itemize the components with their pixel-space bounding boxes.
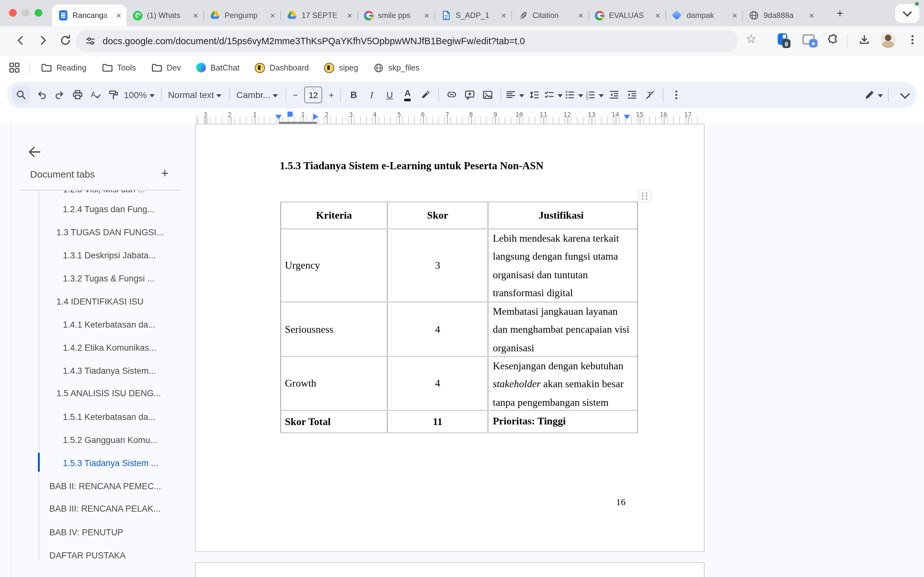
clear-formatting-icon[interactable]: T: [641, 86, 659, 104]
right-margin-marker[interactable]: [624, 115, 630, 119]
download-icon[interactable]: [858, 33, 871, 46]
decrease-font-size-button[interactable]: −: [290, 86, 300, 104]
sidebar-item[interactable]: BAB IV: PENUTUP: [49, 528, 123, 539]
sidebar-item[interactable]: 1.5 ANALISIS ISU DENG...: [57, 388, 161, 400]
first-line-indent-marker[interactable]: [288, 111, 292, 117]
bold-button[interactable]: B: [345, 86, 363, 104]
paint-format-icon[interactable]: [105, 86, 123, 104]
bookmark-dashboard[interactable]: Dashboard: [255, 63, 309, 73]
url-text[interactable]: docs.google.com/document/d/15ps6vyM2mme3…: [103, 36, 525, 46]
sidebar-item[interactable]: 1.4.1 Keterbatasan da...: [63, 320, 155, 332]
reload-button[interactable]: [59, 34, 72, 47]
zoom-select[interactable]: 100%: [123, 86, 157, 104]
tab-close-icon[interactable]: ×: [346, 11, 354, 20]
document-page[interactable]: 1.5.3 Tiadanya Sistem e-Learning untuk P…: [195, 124, 704, 552]
highlight-color-icon[interactable]: [417, 86, 435, 104]
tab-close-icon[interactable]: ×: [423, 11, 431, 20]
next-document-page[interactable]: [195, 562, 704, 577]
editing-mode-button[interactable]: [864, 86, 884, 104]
sidebar-item[interactable]: BAB III: RENCANA PELAK...: [49, 504, 161, 516]
extension-password-icon[interactable]: 8: [778, 33, 792, 49]
line-spacing-icon[interactable]: [526, 86, 544, 104]
bulleted-list-button[interactable]: [564, 86, 585, 104]
bookmark-folder-tools[interactable]: Tools: [102, 63, 136, 73]
sidebar-item[interactable]: 1.3.1 Deskripsi Jabata...: [63, 251, 156, 262]
decrease-indent-icon[interactable]: [606, 86, 624, 104]
font-select[interactable]: Cambr...: [234, 86, 282, 104]
search-icon[interactable]: [12, 86, 30, 104]
back-button[interactable]: [14, 34, 27, 47]
paragraph-style-select[interactable]: Normal text: [166, 86, 226, 104]
avatar[interactable]: [880, 33, 896, 48]
increase-indent-icon[interactable]: [624, 86, 641, 104]
new-tab-button[interactable]: +: [832, 6, 848, 21]
sidebar-item-partial[interactable]: 1.2.3 Visi, Misi dan ...: [63, 190, 191, 197]
extensions-puzzle-icon[interactable]: [827, 33, 839, 46]
forward-button[interactable]: [37, 34, 49, 47]
checklist-button[interactable]: [544, 86, 564, 104]
sidebar-item-active[interactable]: 1.5.3 Tiadanya Sistem ...: [63, 458, 158, 470]
zoom-window-button[interactable]: [35, 9, 42, 17]
tab-close-icon[interactable]: ×: [731, 11, 738, 20]
increase-font-size-button[interactable]: +: [326, 86, 336, 104]
browser-tab[interactable]: Citation ×: [511, 5, 588, 26]
browser-menu-icon[interactable]: [906, 33, 919, 46]
font-size-input[interactable]: 12: [304, 87, 322, 103]
align-button[interactable]: [505, 86, 526, 104]
sidebar-item[interactable]: 1.3 TUGAS DAN FUNGSI...: [57, 227, 164, 239]
indent-marker[interactable]: [313, 113, 318, 120]
sidebar-item[interactable]: 1.4 IDENTIFIKASI ISU: [57, 297, 144, 308]
italic-button[interactable]: I: [363, 86, 381, 104]
spellcheck-icon[interactable]: A: [87, 86, 105, 104]
bookmark-folder-reading[interactable]: Reading: [41, 63, 86, 73]
browser-tab[interactable]: 17 SEPTE ×: [280, 5, 357, 26]
site-settings-icon[interactable]: [85, 35, 96, 47]
sidebar-item[interactable]: 1.4.3 Tiadanya Sistem...: [63, 366, 156, 378]
tab-close-icon[interactable]: ×: [577, 11, 585, 20]
text-color-button[interactable]: A: [399, 86, 417, 104]
sidebar-item[interactable]: 1.3.2 Tugas & Fungsi ...: [63, 274, 154, 285]
apps-grid-icon[interactable]: [9, 62, 20, 73]
sidebar-item[interactable]: DAFTAR PUSTAKA: [49, 551, 126, 562]
minimize-window-button[interactable]: [22, 9, 29, 17]
bookmark-batchat[interactable]: BatChat: [196, 63, 239, 73]
browser-tab[interactable]: smile pps ×: [357, 5, 435, 26]
sidebar-item[interactable]: 1.5.2 Gangguan Komu...: [63, 435, 157, 447]
tab-close-icon[interactable]: ×: [269, 11, 276, 20]
browser-tab[interactable]: 9da888a ×: [742, 5, 819, 26]
browser-tab[interactable]: S_ADP_1 ×: [435, 5, 511, 26]
add-comment-icon[interactable]: [461, 86, 479, 104]
browser-tab[interactable]: (1) Whats ×: [126, 5, 204, 26]
underline-button[interactable]: U: [381, 86, 399, 104]
tab-search-button[interactable]: [895, 4, 919, 23]
more-options-icon[interactable]: [668, 86, 686, 104]
tab-close-icon[interactable]: ×: [500, 11, 507, 20]
sidebar-item[interactable]: 1.2.4 Tugas dan Fung...: [63, 205, 154, 216]
undo-icon[interactable]: [33, 86, 51, 104]
close-sidebar-button[interactable]: [27, 144, 42, 160]
bookmark-skp-files[interactable]: skp_files: [373, 63, 419, 73]
tab-close-icon[interactable]: ×: [115, 11, 123, 20]
reading-list-icon[interactable]: ★: [803, 33, 817, 49]
close-window-button[interactable]: [9, 9, 17, 17]
add-document-tab-button[interactable]: +: [156, 164, 174, 182]
sidebar-item[interactable]: 1.4.2 Etika Komunikas...: [63, 343, 156, 355]
tab-close-icon[interactable]: ×: [192, 11, 200, 20]
bookmark-sipeg[interactable]: sipeg: [325, 63, 359, 73]
sidebar-item[interactable]: BAB II: RENCANA PEMEC...: [49, 482, 161, 493]
insert-link-icon[interactable]: [443, 86, 461, 104]
redo-icon[interactable]: [51, 86, 69, 104]
left-margin-marker[interactable]: [275, 115, 282, 119]
bookmark-star-icon[interactable]: ☆: [746, 31, 756, 46]
numbered-list-button[interactable]: 123: [585, 86, 606, 104]
insert-image-icon[interactable]: [479, 86, 497, 104]
browser-tab-active[interactable]: Rancanga ×: [52, 5, 126, 26]
hide-menus-chevron-icon[interactable]: [900, 89, 910, 98]
address-bar[interactable]: docs.google.com/document/d/15ps6vyM2mme3…: [76, 30, 738, 52]
print-icon[interactable]: [69, 86, 87, 104]
browser-tab[interactable]: dampak ×: [666, 5, 742, 26]
tab-close-icon[interactable]: ×: [654, 11, 662, 20]
tab-close-icon[interactable]: ×: [808, 11, 816, 20]
sidebar-item[interactable]: 1.5.1 Keterbatasan da...: [63, 412, 155, 424]
table-drag-handle-icon[interactable]: [638, 189, 651, 203]
